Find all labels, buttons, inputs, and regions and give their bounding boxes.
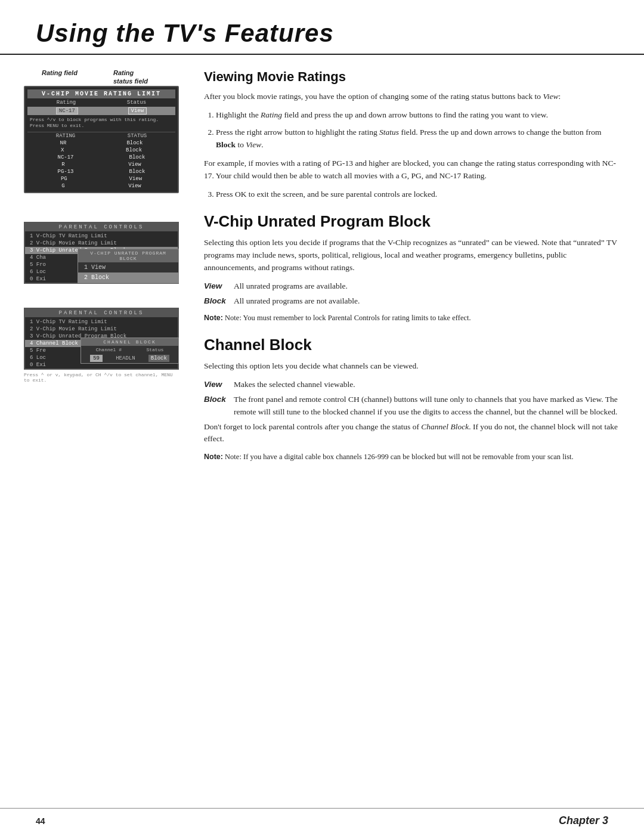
channel-block-term: Block [204,394,229,419]
tv-data-row-3: RView [27,161,175,168]
channel-popup-data-row: 59 HEADLN Block [81,354,178,363]
vchip-block-def: Block All unrated programs are not avail… [204,295,620,308]
viewing-title: Viewing Movie Ratings [204,69,620,85]
tv-data-row-4: PG-13Block [27,168,175,175]
channel-intro: Selecting this option lets you decide wh… [204,360,620,373]
label-rating-field: Rating field [42,69,89,76]
channel-block-def: Block The front panel and remote control… [204,394,620,419]
ch-col2: Status [146,347,163,352]
vchip-view-term: View [204,280,229,293]
label-rating: Rating [113,69,134,76]
tv-data-row-1: XBlock [27,147,175,154]
ch-head: HEADLN [116,355,135,361]
left-column: Rating field Rating status field V-CHIP … [24,69,179,475]
right-column: Viewing Movie Ratings After you block mo… [198,69,620,475]
tv-screen-movie-rating: V-CHIP MOVIE RATING LIMIT Rating Status … [24,86,179,193]
label-status-field: status field [113,78,148,85]
vchip-view-def: View All unrated programs are available. [204,280,620,293]
ch-col1: Channel # [96,347,122,352]
screenshot-unrated-block: PARENTAL CONTROLS 1 V-Chip TV Rating Lim… [24,222,179,284]
parental-panel-title-3: PARENTAL CONTROLS [25,309,178,317]
viewing-step3-list: Press OK to exit the screen, and be sure… [216,188,620,201]
step-2: Press the right arrow button to highligh… [216,126,620,151]
channel-block-popup: CHANNEL BLOCK Channel # Status 59 HEADLN… [80,337,179,364]
tv-data-row-5: PGView [27,175,175,182]
tv-cols: Rating Status [27,100,175,106]
tv-data-row-6: GView [27,182,175,190]
viewing-steps: Highlight the Rating field and press the… [216,109,620,151]
channel-view-def: View Makes the selected channel viewable… [204,379,620,391]
vchip-block-term: Block [204,295,229,308]
tv-note: Press ^/v to block programs with this ra… [27,116,175,131]
popup-block-item: 2 Block [78,272,178,283]
viewing-intro: After you block movie ratings, you have … [204,91,620,103]
vchip-intro: Selecting this option lets you decide if… [204,237,620,274]
parental-panel-title-2: PARENTAL CONTROLS [25,223,178,231]
tv-data-row-2: NC-17Block [27,154,175,161]
tv-data-col-status: STATUS [128,133,147,139]
channel-block-desc: The front panel and remote control CH (c… [234,394,620,419]
channel-popup-cols: Channel # Status [81,346,178,354]
step-3: Press OK to exit the screen, and be sure… [216,188,620,201]
vchip-view-desc: All unrated programs are available. [234,280,620,293]
parental-item-2: 2 V-Chip Movie Rating Limit [25,240,178,247]
channel-block-note: Press ^ or v, keypad, or CH ^/v to set c… [24,372,179,383]
ch-status: Block [148,355,169,362]
tv-data-header: RATING STATUS [27,132,175,140]
parental-item3-1: 1 V-Chip TV Rating Limit [25,318,178,326]
channel-view-desc: Makes the selected channel viewable. [234,379,620,391]
vchip-title: V-Chip Unrated Program Block [204,212,620,231]
page-title: Using the TV's Features [36,19,608,48]
channel-view-term: View [204,379,229,391]
ch-num: 59 [90,355,103,362]
parental-item3-2: 2 V-Chip Movie Rating Limit [25,326,178,333]
section-channel: Channel Block Selecting this option lets… [204,336,620,463]
vchip-unrated-popup: V-CHIP UNRATED PROGRAM BLOCK 1 View 2 Bl… [78,249,179,283]
parental-item-1: 1 V-Chip TV Rating Limit [25,233,178,240]
footer-chapter: Chapter 3 [559,815,608,827]
screenshot-channel-block: PARENTAL CONTROLS 1 V-Chip TV Rating Lim… [24,308,179,383]
viewing-paragraph: For example, if movies with a rating of … [204,157,620,182]
section-viewing: Viewing Movie Ratings After you block mo… [204,69,620,200]
channel-popup-title: CHANNEL BLOCK [81,338,178,346]
screenshot-movie-rating: Rating field Rating status field V-CHIP … [24,69,179,193]
tv-data-col-rating: RATING [56,133,75,139]
tv-highlight-rating: NC-17 [56,107,78,114]
vchip-note: Note: Note: You must remember to lock Pa… [204,312,620,324]
page-header: Using the TV's Features [0,0,644,55]
step-1: Highlight the Rating field and press the… [216,109,620,122]
channel-note: Note: Note: If you have a digital cable … [204,451,620,463]
tv-col-rating: Rating [57,100,76,106]
main-content: Rating field Rating status field V-CHIP … [0,69,644,475]
tv-highlight-row: NC-17 View [27,107,175,115]
channel-paragraph: Don't forget to lock parental controls a… [204,421,620,446]
channel-title: Channel Block [204,336,620,354]
footer-page-number: 44 [36,816,45,826]
page-footer: 44 Chapter 3 [0,808,644,833]
tv-data-row-0: NRBlock [27,140,175,147]
tv-col-status: Status [127,100,146,106]
vchip-popup-title: V-CHIP UNRATED PROGRAM BLOCK [78,249,178,262]
popup-view-item: 1 View [78,262,178,272]
tv-highlight-status: View [128,107,147,114]
section-vchip: V-Chip Unrated Program Block Selecting t… [204,212,620,323]
vchip-block-desc: All unrated programs are not available. [234,295,620,308]
tv-title-bar: V-CHIP MOVIE RATING LIMIT [27,89,175,98]
